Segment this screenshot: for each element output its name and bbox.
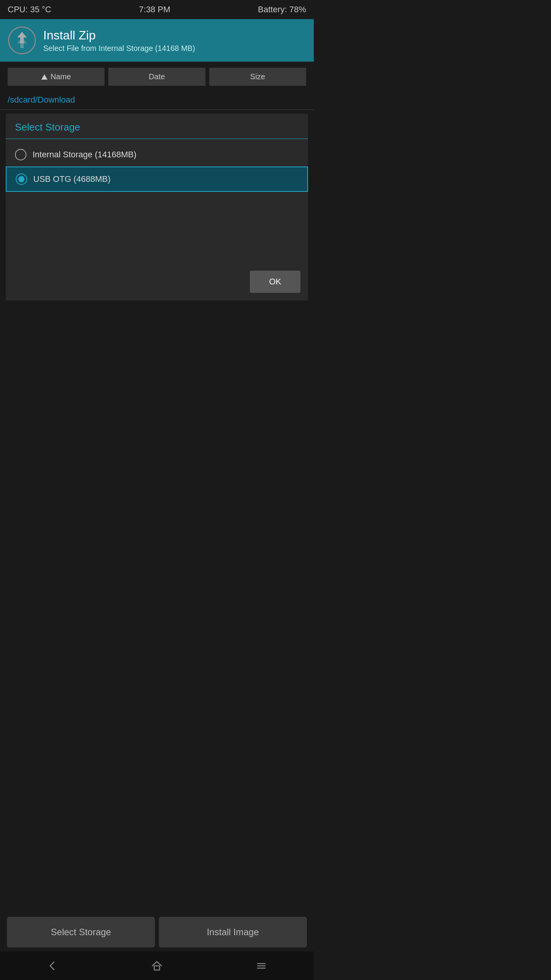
sort-size-button[interactable]: Size <box>209 68 306 86</box>
internal-storage-radio[interactable] <box>15 149 26 160</box>
dialog-spacer <box>6 196 308 265</box>
sort-name-label: Name <box>51 72 71 81</box>
usb-otg-label: USB OTG (4688MB) <box>33 174 111 184</box>
internal-storage-option[interactable]: Internal Storage (14168MB) <box>6 143 308 167</box>
usb-otg-radio[interactable] <box>16 173 27 185</box>
current-path: /sdcard/Download <box>8 95 75 105</box>
internal-storage-label: Internal Storage (14168MB) <box>33 150 137 160</box>
status-bar: CPU: 35 °C 7:38 PM Battery: 78% <box>0 0 314 19</box>
dialog-options: Internal Storage (14168MB) USB OTG (4688… <box>6 139 308 196</box>
sort-name-button[interactable]: Name <box>8 68 104 86</box>
select-storage-dialog: Select Storage Internal Storage (14168MB… <box>6 114 308 301</box>
background-area <box>0 304 314 427</box>
sort-bar: Name Date Size <box>0 62 314 92</box>
usb-otg-option[interactable]: USB OTG (4688MB) <box>6 167 308 192</box>
dialog-overlay: Select Storage Internal Storage (14168MB… <box>6 114 308 301</box>
battery-status: Battery: 78% <box>258 5 306 15</box>
time-status: 7:38 PM <box>139 5 170 15</box>
app-title: Install Zip <box>43 28 195 42</box>
sort-date-label: Date <box>149 72 165 81</box>
cpu-status: CPU: 35 °C <box>8 5 51 15</box>
sort-arrow-icon <box>41 74 47 80</box>
sort-date-button[interactable]: Date <box>108 68 205 86</box>
dialog-title: Select Storage <box>6 114 308 139</box>
ok-button[interactable]: OK <box>250 271 300 293</box>
app-icon <box>8 26 36 55</box>
app-subtitle: Select File from Internal Storage (14168… <box>43 44 195 53</box>
header-text: Install Zip Select File from Internal St… <box>43 28 195 53</box>
svg-marker-2 <box>17 38 27 48</box>
sort-size-label: Size <box>250 72 265 81</box>
app-header: Install Zip Select File from Internal St… <box>0 19 314 62</box>
dialog-actions: OK <box>6 265 308 301</box>
path-bar: /sdcard/Download <box>0 92 314 110</box>
